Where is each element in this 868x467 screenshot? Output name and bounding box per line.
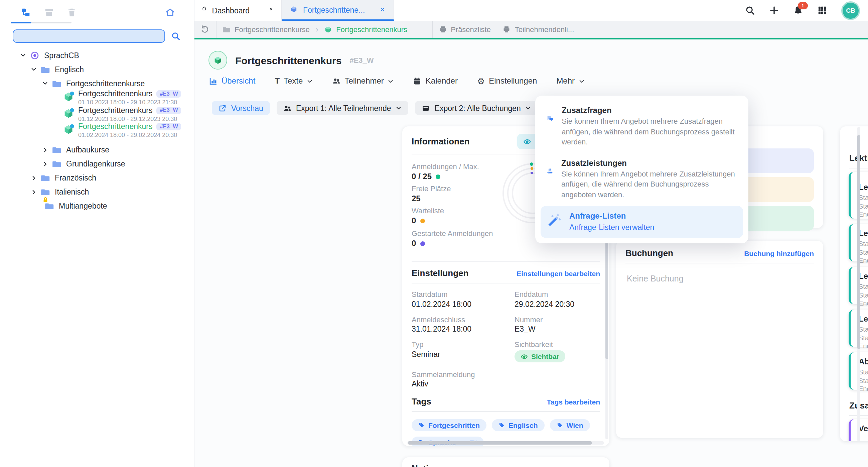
tag-icon [557, 422, 563, 429]
menu-item-zusatzleistungen[interactable]: Zusatzleistungen Sie können Ihrem Angebo… [540, 153, 743, 206]
home-icon[interactable] [165, 7, 175, 18]
notifications-bell-icon[interactable]: 1 [793, 5, 803, 16]
tree-item-italienisch[interactable]: Italienisch [0, 185, 194, 199]
user-avatar[interactable]: CB [841, 1, 860, 20]
page-header: Fortgeschrittenenkurs #E3_W [209, 51, 374, 69]
divider [216, 21, 217, 38]
tab-dashboard[interactable]: Dashboard [194, 0, 282, 21]
apps-grid-icon[interactable] [817, 5, 827, 16]
global-search-icon[interactable] [745, 5, 755, 16]
vorschau-button[interactable]: Vorschau [212, 101, 270, 115]
chevron-right-icon [42, 147, 48, 153]
magic-wand-icon [547, 212, 561, 227]
tab-einstellungen[interactable]: ⚙ Einstellungen [477, 76, 537, 86]
course-code: #E3_W [349, 56, 374, 64]
people-icon [332, 77, 340, 85]
card-horizontal-scrollbar[interactable] [408, 441, 604, 445]
tree-item-grundlagenkurse[interactable]: Grundlagenkurse [0, 157, 194, 171]
menu-item-zusatzfragen[interactable]: Zusatzfragen Sie können Ihrem Angebot me… [540, 100, 743, 153]
tag-icon [498, 422, 505, 429]
tree-item-fortgeschrittenenkurse[interactable]: Fortgeschrittenenkurse [0, 76, 194, 90]
chevron-down-icon [20, 52, 26, 58]
tab-texte[interactable]: T Texte [275, 76, 313, 86]
tree-view-icon[interactable] [21, 7, 31, 18]
eye-icon [521, 353, 528, 360]
tag-pill[interactable]: Wien [550, 419, 590, 431]
printer-icon [503, 25, 511, 33]
chevron-down-icon [42, 80, 48, 86]
toolbar-active-indicator [11, 22, 31, 23]
archive-icon[interactable] [44, 7, 54, 18]
home-icon [202, 6, 207, 15]
tags-bearbeiten-link[interactable]: Tags bearbeiten [547, 398, 600, 406]
folder-icon [41, 64, 50, 74]
chevron-down-icon [579, 78, 585, 84]
folder-icon [52, 145, 61, 154]
breadcrumb-folder[interactable]: Fortgeschrittenenkurse [222, 25, 310, 33]
divider [432, 21, 433, 38]
close-tab-icon[interactable] [270, 7, 273, 14]
tree-item-aufbaukurse[interactable]: Aufbaukurse [0, 143, 194, 157]
print-teilnehmendenliste[interactable]: Teilnehmendenli... [503, 25, 574, 33]
mehr-dropdown-menu: Zusatzfragen Sie können Ihrem Angebot me… [535, 96, 748, 243]
folder-icon [52, 79, 61, 88]
course-dates: 01.12.2023 18:00 - 29.12.2023 20:30 [78, 116, 181, 122]
folder-icon [222, 25, 230, 33]
lektionen-card: Lektionen Kalender öffnen Lektion Aktion… [840, 126, 868, 441]
print-praesenzliste[interactable]: Präsenzliste [439, 25, 491, 33]
tab-teilnehmer[interactable]: Teilnehmer [332, 76, 394, 86]
tree-item-englisch[interactable]: Englisch [0, 62, 194, 76]
trash-icon[interactable] [67, 7, 77, 18]
tab-fortgeschrittenenkurs[interactable]: Fortgeschrittene... [282, 0, 394, 21]
tag-pill[interactable]: Englisch [492, 419, 545, 431]
menu-item-anfrage-listen[interactable]: Anfrage-Listen Anfrage-Listen verwalten [540, 206, 743, 238]
chevron-down-icon [396, 105, 402, 111]
einstellungen-bearbeiten-link[interactable]: Einstellungen bearbeiten [517, 269, 600, 277]
search-submit-icon[interactable] [171, 31, 180, 41]
breadcrumb-bar: Fortgeschrittenenkurse › Fortgeschritten… [194, 21, 868, 39]
external-link-icon [218, 104, 226, 112]
breadcrumb-current[interactable]: Fortgeschrittenenkurs [324, 25, 407, 33]
tree-item-course-2[interactable]: Fortgeschrittenenkurs #E3_W 01.12.2023 1… [0, 107, 194, 123]
booking-card-icon [422, 104, 430, 112]
chart-icon [209, 77, 217, 85]
course-cube-icon [63, 91, 74, 102]
tab-mehr[interactable]: Mehr [556, 76, 585, 86]
tree-item-course-3-selected[interactable]: Fortgeschrittenenkurs #E3_W 01.02.2024 1… [0, 123, 194, 139]
tags-list: Fortgeschritten Englisch Wien Sprache → … [402, 412, 610, 446]
chevron-down-icon [307, 78, 313, 84]
notification-count-badge: 1 [798, 2, 808, 9]
empty-state-text: Keine Buchung [616, 263, 823, 294]
notizen-card: Notizen [402, 457, 610, 467]
tab-uebersicht[interactable]: Übersicht [209, 76, 255, 86]
export2-button[interactable]: Export 2: Alle Buchungen [415, 101, 538, 115]
course-code-badge: #E3_W [156, 107, 181, 114]
buchung-hinzufuegen-link[interactable]: Buchung hinzufügen [744, 249, 814, 257]
lock-icon [42, 197, 49, 203]
toolbar-indicator-track [31, 22, 71, 23]
tree-search-input[interactable] [13, 29, 165, 43]
history-undo-icon[interactable] [200, 25, 209, 34]
tree-item-franzoesisch[interactable]: Französisch [0, 171, 194, 185]
page-scrollbar[interactable] [857, 127, 860, 441]
tree-item-multiangebote[interactable]: Multiangebote [0, 199, 194, 213]
course-code-badge: #E3_W [156, 123, 181, 131]
tree-item-sprachcb[interactable]: SprachCB [0, 48, 194, 62]
export1-button[interactable]: Export 1: Alle Teilnehmende [277, 101, 409, 115]
course-cube-icon [209, 51, 227, 69]
tab-kalender[interactable]: Kalender [413, 76, 458, 86]
close-tab-icon[interactable] [379, 6, 385, 13]
section-title: Buchungen [625, 248, 673, 258]
section-title: Informationen [412, 136, 469, 146]
section-title: Einstellungen [412, 268, 468, 278]
green-dot [436, 174, 440, 179]
chevron-down-icon [388, 78, 394, 84]
tag-pill[interactable]: Fortgeschritten [412, 419, 487, 431]
add-icon[interactable] [769, 5, 779, 16]
section-title: Tags [412, 397, 431, 407]
folder-icon [41, 187, 50, 197]
gear-icon: ⚙ [477, 77, 485, 85]
tree-item-course-1[interactable]: Fortgeschrittenenkurs #E3_W 01.10.2023 1… [0, 90, 194, 107]
package-conveyor-icon [547, 168, 553, 182]
page-title: Fortgeschrittenenkurs [235, 55, 341, 66]
